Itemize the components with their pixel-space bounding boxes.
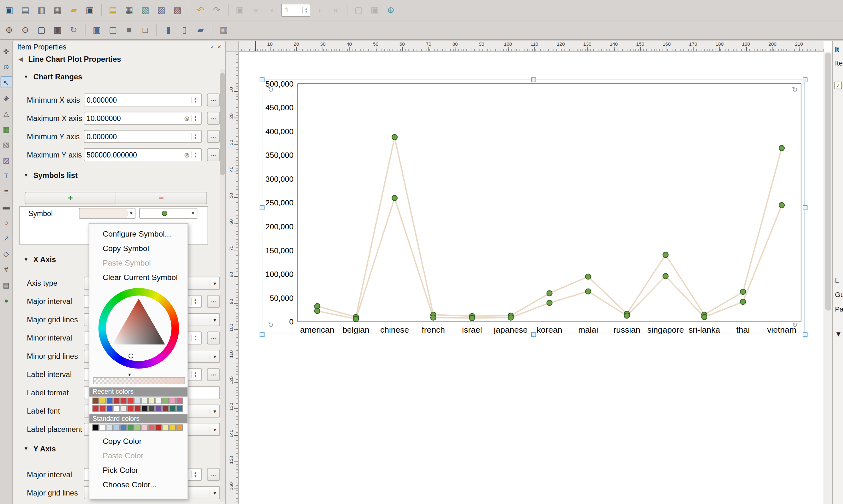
color-swatch[interactable] [120, 425, 127, 431]
group-items-icon[interactable]: ▣ [90, 23, 104, 37]
add-html-icon[interactable]: # [0, 263, 12, 275]
color-swatch[interactable] [162, 398, 168, 404]
color-swatch[interactable] [169, 405, 176, 411]
redo-icon[interactable]: ↷ [210, 3, 224, 17]
atlas-first-feature-icon[interactable]: « [249, 3, 263, 17]
menu-item-copy-color[interactable]: Copy Color [89, 434, 187, 449]
data-defined-override-button[interactable]: ⋯ [207, 331, 220, 344]
back-icon[interactable]: ◀ [18, 56, 23, 63]
spin-arrows[interactable]: ▴▾ [192, 151, 199, 158]
menu-item-pick-color[interactable]: Pick Color [89, 463, 187, 478]
color-swatch[interactable] [127, 405, 133, 411]
minimum-x-axis-field[interactable]: 0.000000▴▾ [84, 93, 202, 106]
color-swatch[interactable] [148, 398, 155, 404]
color-swatch[interactable] [93, 425, 99, 431]
atlas-last-feature-icon[interactable]: » [328, 3, 342, 17]
spin-arrows[interactable]: ▴▾ [192, 335, 199, 341]
item-visibility-checkbox[interactable]: ✓ [835, 82, 842, 89]
color-cursor[interactable] [128, 354, 133, 358]
spin-arrows[interactable]: ▴▾ [192, 115, 199, 121]
color-swatch[interactable] [120, 398, 127, 404]
zoom-tool-icon[interactable]: ⊕ [0, 61, 12, 73]
add-label-icon[interactable]: T [0, 170, 12, 182]
layout-manager-icon[interactable]: ▦ [50, 3, 64, 17]
spin-arrows[interactable]: ▴▾ [192, 298, 199, 305]
color-swatch[interactable] [141, 425, 148, 431]
resize-handle-se[interactable] [803, 332, 807, 337]
data-defined-override-button[interactable]: ⋯ [207, 130, 220, 143]
raise-items-icon[interactable]: ▮ [161, 23, 175, 37]
color-swatch[interactable] [134, 398, 141, 404]
color-swatch[interactable] [134, 425, 141, 431]
spin-arrows[interactable]: ▴▾ [192, 372, 199, 378]
clear-value-icon[interactable]: ⊗ [184, 150, 190, 159]
save-layout-icon[interactable]: ▣ [83, 3, 97, 17]
color-swatch[interactable] [148, 405, 155, 411]
save-project-icon[interactable]: ▣ [2, 3, 16, 17]
pan-tool-icon[interactable]: ✜ [0, 45, 12, 57]
color-swatch[interactable] [176, 425, 183, 431]
move-content-icon[interactable]: ◈ [0, 92, 12, 104]
color-swatch[interactable] [127, 398, 133, 404]
clear-value-icon[interactable]: ⊗ [184, 114, 190, 122]
add-symbol-button[interactable]: + [25, 192, 116, 204]
data-defined-override-button[interactable]: ⋯ [207, 468, 220, 481]
undock-panel-icon[interactable]: ▫ [211, 43, 213, 50]
spin-arrows[interactable]: ▴▾ [192, 133, 199, 140]
minimum-y-axis-field[interactable]: 0.000000▴▾ [84, 130, 202, 143]
atlas-preview-icon[interactable]: ▢ [352, 3, 365, 17]
add-table-icon[interactable]: ▤ [0, 279, 12, 291]
edit-nodes-icon[interactable]: △ [0, 107, 12, 120]
atlas-prev-feature-icon[interactable]: ‹ [265, 3, 279, 17]
color-swatch[interactable] [148, 425, 155, 431]
zoom-full-icon[interactable]: ▢ [34, 23, 48, 37]
close-panel-icon[interactable]: × [217, 43, 221, 50]
add-scalebar-icon[interactable]: ▬ [0, 201, 12, 213]
color-swatch[interactable] [93, 405, 99, 411]
color-swatch[interactable] [106, 398, 113, 404]
add-shape-icon[interactable]: ○ [0, 216, 12, 228]
color-wheel[interactable] [98, 288, 179, 368]
menu-item-choose-color[interactable]: Choose Color... [89, 478, 187, 492]
add-pages-icon[interactable]: ▤ [106, 3, 120, 17]
color-triangle[interactable] [106, 295, 172, 361]
spin-arrows[interactable]: ▴▾ [302, 6, 310, 13]
color-swatch[interactable] [155, 398, 162, 404]
distribute-items-icon[interactable]: ▰ [193, 23, 207, 37]
symbol-marker-dropdown[interactable]: ▾ [139, 208, 197, 219]
panel-scrollbar[interactable] [220, 69, 225, 502]
color-swatch[interactable] [169, 398, 176, 404]
unlock-items-icon[interactable]: □ [138, 23, 152, 37]
resize-handle-n[interactable] [531, 77, 536, 82]
refresh-view-icon[interactable]: ↻ [67, 23, 80, 37]
atlas-export-icon[interactable]: ▣ [367, 3, 381, 17]
menu-item-configure-symbol[interactable]: Configure Symbol... [89, 227, 187, 241]
opacity-slider[interactable] [93, 377, 185, 384]
spin-arrows[interactable]: ▴▾ [192, 471, 199, 478]
resize-handle-ne[interactable] [803, 77, 807, 82]
spin-arrows[interactable]: ▴▾ [192, 97, 199, 103]
atlas-settings-icon[interactable]: ▣ [233, 3, 247, 17]
maximum-y-axis-field[interactable]: 500000.000000⊗▴▾ [84, 148, 202, 161]
add-arrow-icon[interactable]: ↗ [0, 232, 12, 244]
resize-handle-e[interactable] [803, 205, 807, 210]
scrollbar-thumb[interactable] [220, 73, 225, 175]
resize-handle-nw[interactable] [259, 77, 264, 82]
color-swatch[interactable] [106, 405, 113, 411]
dock-collapse-icon[interactable]: ▼ [835, 330, 842, 338]
color-swatch[interactable] [120, 405, 127, 411]
atlas-page-spinbox[interactable]: 1▴▾ [281, 3, 310, 16]
data-defined-override-button[interactable]: ⋯ [207, 93, 220, 106]
new-layout-icon[interactable]: ▤ [18, 3, 32, 17]
color-swatch[interactable] [93, 398, 99, 404]
ungroup-items-icon[interactable]: ▢ [106, 23, 120, 37]
maximum-x-axis-field[interactable]: 10.000000⊗▴▾ [84, 112, 202, 125]
add-picture-icon[interactable]: ▨ [0, 154, 12, 166]
color-swatch[interactable] [100, 405, 106, 411]
color-swatch[interactable] [169, 425, 176, 431]
add-3d-map-icon[interactable]: ▧ [0, 139, 12, 150]
color-swatch[interactable] [155, 425, 162, 431]
zoom-in-icon[interactable]: ⊕ [2, 23, 16, 37]
undo-icon[interactable]: ↶ [193, 3, 207, 17]
export-pdf-icon[interactable]: ▩ [171, 3, 184, 17]
